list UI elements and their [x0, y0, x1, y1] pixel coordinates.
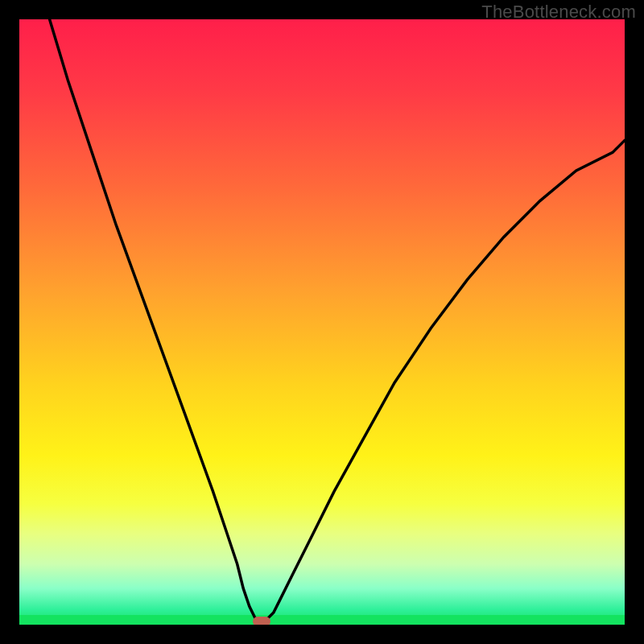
watermark-text: TheBottleneck.com	[481, 2, 636, 23]
optimal-point-marker	[253, 617, 270, 625]
bottleneck-curve	[19, 19, 625, 625]
plot-area	[19, 19, 625, 625]
chart-frame: TheBottleneck.com	[0, 0, 644, 644]
